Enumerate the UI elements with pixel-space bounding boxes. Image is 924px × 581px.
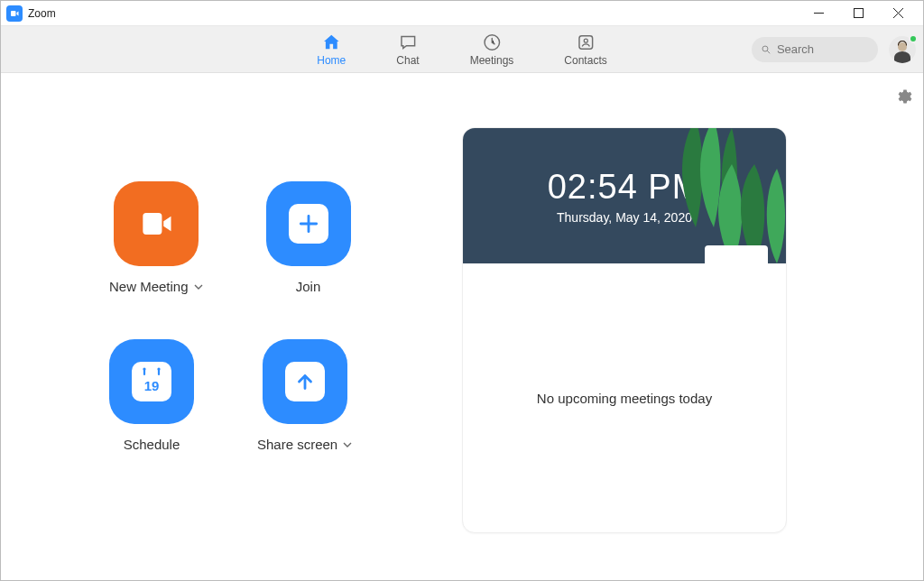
svg-point-4 <box>762 46 768 51</box>
svg-point-6 <box>898 42 907 51</box>
window-title: Zoom <box>28 7 56 20</box>
svg-point-3 <box>584 39 587 42</box>
schedule-tile: 19 <box>109 339 194 424</box>
search-icon <box>761 43 772 56</box>
chevron-down-icon[interactable] <box>194 282 203 291</box>
top-nav: Home Chat Meetings Contacts <box>1 26 923 73</box>
svg-point-7 <box>143 367 145 370</box>
search-box[interactable] <box>752 37 878 62</box>
contacts-icon <box>576 32 596 52</box>
info-card: 02:54 PM Thursday, May 14, 2020 No upcom… <box>462 127 787 533</box>
join-button[interactable]: Join <box>266 181 351 294</box>
svg-point-8 <box>157 367 160 370</box>
info-body: No upcoming meetings today <box>463 263 786 532</box>
minimize-button[interactable] <box>799 2 838 25</box>
nav-chat[interactable]: Chat <box>389 29 426 70</box>
share-screen-tile <box>263 339 347 424</box>
join-label: Join <box>296 279 321 294</box>
clock-icon <box>482 32 502 52</box>
share-screen-label: Share screen <box>257 437 337 452</box>
no-meetings-text: No upcoming meetings today <box>537 391 712 406</box>
window-controls <box>799 2 918 25</box>
actions-panel: New Meeting Join <box>1 73 462 580</box>
plus-icon <box>297 212 320 235</box>
new-meeting-button[interactable]: New Meeting <box>109 181 203 294</box>
nav-home[interactable]: Home <box>310 29 353 70</box>
join-tile <box>266 181 351 266</box>
nav-meetings[interactable]: Meetings <box>463 29 522 70</box>
calendar-day: 19 <box>144 378 160 393</box>
settings-button[interactable] <box>894 88 912 106</box>
svg-rect-0 <box>854 9 863 18</box>
close-button[interactable] <box>878 2 918 25</box>
nav-meetings-label: Meetings <box>470 54 514 67</box>
avatar[interactable] <box>889 36 916 63</box>
schedule-button[interactable]: 19 Schedule <box>109 339 194 452</box>
plant-pot <box>705 245 768 263</box>
app-icon <box>6 5 23 22</box>
presence-indicator <box>909 34 918 43</box>
maximize-button[interactable] <box>838 2 878 25</box>
content-area: New Meeting Join <box>1 73 923 580</box>
chat-icon <box>398 32 418 52</box>
video-icon <box>136 204 176 244</box>
nav-contacts-label: Contacts <box>564 54 606 67</box>
new-meeting-label: New Meeting <box>109 279 189 294</box>
new-meeting-tile <box>114 181 199 266</box>
home-icon <box>321 32 341 52</box>
calendar-icon: 19 <box>132 362 171 401</box>
schedule-label: Schedule <box>124 437 180 452</box>
nav-home-label: Home <box>317 54 346 67</box>
titlebar: Zoom <box>1 1 923 26</box>
nav-contacts[interactable]: Contacts <box>557 29 614 70</box>
info-header: 02:54 PM Thursday, May 14, 2020 <box>463 128 786 263</box>
chevron-down-icon[interactable] <box>343 440 352 449</box>
share-screen-button[interactable]: Share screen <box>257 339 352 452</box>
nav-chat-label: Chat <box>396 54 419 67</box>
info-panel: 02:54 PM Thursday, May 14, 2020 No upcom… <box>462 73 923 580</box>
search-input[interactable] <box>777 42 869 56</box>
arrow-up-icon <box>293 370 317 393</box>
